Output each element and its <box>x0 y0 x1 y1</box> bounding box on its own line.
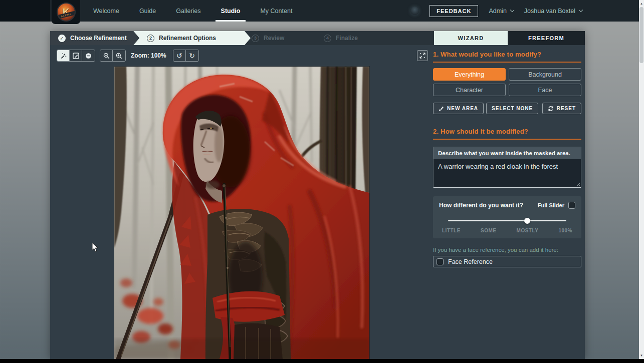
screen: { "nav": { "logo_badge": "ALPHA", "logo_… <box>0 0 644 363</box>
select-none-button[interactable]: SELECT NONE <box>486 103 538 114</box>
status-orb-icon[interactable] <box>410 7 419 15</box>
draw-mask-tool-button[interactable] <box>70 50 82 61</box>
top-navbar: Welcome Guide Galleries Studio My Conten… <box>0 0 639 22</box>
navbar-left-shade <box>0 0 50 22</box>
strength-label: How different do you want it? <box>439 202 523 209</box>
diagonal-arrows-icon <box>419 52 426 59</box>
minus-circle-icon <box>85 53 92 59</box>
redo-button[interactable]: ↻ <box>186 50 198 61</box>
target-everything-button[interactable]: Everything <box>433 68 506 81</box>
step-number-icon: 3 <box>252 35 259 42</box>
user-name: Joshua van Boxtel <box>524 8 575 15</box>
main-nav: Welcome Guide Galleries Studio My Conten… <box>93 0 292 22</box>
zoom-out-button[interactable] <box>100 50 113 61</box>
reset-arrows-icon <box>548 106 554 112</box>
strength-slider[interactable] <box>448 218 566 224</box>
face-reference-hint: If you have a face reference, you can ad… <box>433 247 581 253</box>
nav-item-welcome[interactable]: Welcome <box>93 0 119 22</box>
slider-thumb[interactable] <box>524 218 530 224</box>
target-face-button[interactable]: Face <box>509 84 581 96</box>
canvas-toolbar: Zoom: 100% ↺ ↻ <box>57 50 199 61</box>
nav-item-studio[interactable]: Studio <box>221 0 241 22</box>
step-refinement-options[interactable]: 2 Refinement Options <box>133 31 251 45</box>
face-reference-label: Face Reference <box>448 258 493 265</box>
reset-button[interactable]: RESET <box>542 103 581 114</box>
describe-label: Describe what you want inside the masked… <box>434 147 581 159</box>
undo-icon: ↺ <box>176 52 182 59</box>
slider-track[interactable] <box>448 220 566 221</box>
question-2-heading: 2. How should it be modified? <box>433 128 581 140</box>
magic-wand-icon <box>60 52 67 59</box>
describe-panel: Describe what you want inside the masked… <box>433 147 581 188</box>
slider-tick-labels: LITTLE SOME MOSTLY 100% <box>442 228 572 233</box>
zoom-in-icon <box>116 53 122 59</box>
tick-little: LITTLE <box>442 228 461 233</box>
step-review[interactable]: 3 Review <box>252 31 284 45</box>
zoom-level-label: Zoom: 100% <box>131 52 166 59</box>
step-label: Review <box>264 35 284 42</box>
pencil-square-icon <box>73 53 79 59</box>
prompt-textarea[interactable]: A warrior wearing a red cloak in the for… <box>434 159 581 188</box>
zoom-out-icon <box>103 53 110 59</box>
paintbrush-icon <box>439 106 444 111</box>
step-number-icon: 4 <box>324 35 331 42</box>
magic-wand-tool-button[interactable] <box>57 50 70 61</box>
face-reference-checkbox[interactable] <box>437 258 444 265</box>
nav-item-galleries[interactable]: Galleries <box>176 0 200 22</box>
logo-emblem-icon: K ALPHA <box>57 3 76 22</box>
question-1-heading: 1. What would you like to modify? <box>433 51 581 63</box>
redo-icon: ↻ <box>189 52 195 59</box>
tick-100: 100% <box>558 228 572 233</box>
new-area-button[interactable]: NEW AREA <box>433 103 484 114</box>
tool-group-history: ↺ ↻ <box>173 50 199 62</box>
admin-dropdown[interactable]: Admin <box>489 8 513 15</box>
tick-some: SOME <box>481 228 496 233</box>
warrior-painting <box>114 67 369 359</box>
zoom-in-button[interactable] <box>113 50 125 61</box>
subtract-mask-tool-button[interactable] <box>82 50 95 61</box>
navbar-right: FEEDBACK Admin Joshua van Boxtel <box>410 0 582 22</box>
target-background-button[interactable]: Background <box>509 68 581 81</box>
chevron-down-icon <box>579 8 583 12</box>
face-reference-option[interactable]: Face Reference <box>433 256 581 267</box>
app-logo[interactable]: K ALPHA <box>52 0 80 24</box>
step-choose-refinement[interactable]: ✓ Choose Refinement <box>50 31 139 45</box>
step-label: Finalize <box>336 35 358 42</box>
nav-item-guide[interactable]: Guide <box>139 0 156 22</box>
admin-dropdown-label: Admin <box>489 8 506 15</box>
studio-app-panel: ✓ Choose Refinement 2 Refinement Options… <box>50 31 585 359</box>
step-label: Refinement Options <box>159 35 216 42</box>
chevron-down-icon <box>510 8 514 12</box>
pan-canvas-button[interactable] <box>417 50 428 61</box>
step-finalize[interactable]: 4 Finalize <box>324 31 358 45</box>
nav-item-my-content[interactable]: My Content <box>260 0 292 22</box>
page-scrollbar[interactable]: ▲ ▼ <box>639 0 644 359</box>
refinement-options-panel: 1. What would you like to modify? Everyt… <box>433 31 581 359</box>
select-none-label: SELECT NONE <box>492 106 533 111</box>
scroll-up-arrow[interactable]: ▲ <box>639 1 644 7</box>
editor-canvas[interactable] <box>114 67 369 359</box>
target-character-button[interactable]: Character <box>433 84 506 96</box>
bottom-letterbox-bar <box>0 359 644 363</box>
new-area-label: NEW AREA <box>447 106 478 111</box>
scroll-down-arrow[interactable]: ▼ <box>639 352 644 358</box>
tool-group-zoom <box>100 50 126 62</box>
mask-actions-row: NEW AREA SELECT NONE RESET <box>433 103 581 114</box>
full-slider-checkbox[interactable] <box>568 202 575 209</box>
step-label: Choose Refinement <box>70 35 127 42</box>
scrollbar-thumb[interactable] <box>639 7 643 63</box>
undo-button[interactable]: ↺ <box>173 50 186 61</box>
step-number-icon: 2 <box>147 35 154 42</box>
tick-mostly: MOSTLY <box>517 228 539 233</box>
strength-slider-box: How different do you want it? Full Slide… <box>433 196 581 238</box>
full-slider-label: Full Slider <box>538 202 564 208</box>
step-done-check-icon: ✓ <box>58 35 66 42</box>
tool-group-select <box>57 50 95 62</box>
modify-target-group: Everything Background Character Face <box>433 68 581 96</box>
full-slider-toggle[interactable]: Full Slider <box>538 202 575 209</box>
feedback-button[interactable]: FEEDBACK <box>430 5 478 17</box>
reset-label: RESET <box>557 106 576 111</box>
user-dropdown[interactable]: Joshua van Boxtel <box>524 8 582 15</box>
